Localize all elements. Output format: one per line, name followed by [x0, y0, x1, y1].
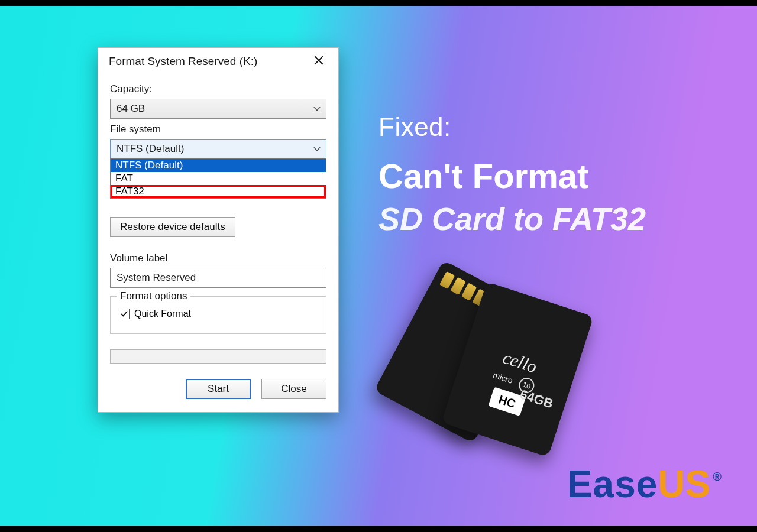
format-dialog: Format System Reserved (K:) Capacity: 64… — [98, 47, 339, 413]
capacity-select[interactable]: 64 GB — [110, 99, 326, 119]
headline-line3: SD Card to FAT32 — [378, 200, 646, 237]
filesystem-selected: NTFS (Default) — [117, 143, 184, 155]
filesystem-dropdown: NTFS (Default) FAT FAT32 — [110, 158, 326, 199]
filesystem-option[interactable]: NTFS (Default) — [111, 159, 326, 172]
headline-line1: Fixed: — [378, 112, 646, 142]
chevron-down-icon — [312, 103, 322, 114]
easeus-logo: Ease US ® — [567, 462, 722, 506]
dialog-title: Format System Reserved (K:) — [109, 55, 257, 68]
quick-format-label: Quick Format — [134, 309, 191, 319]
sd-micro-label: micro — [492, 370, 515, 385]
format-progress — [110, 349, 326, 364]
page-border-top — [0, 0, 757, 6]
logo-part1: Ease — [567, 462, 658, 506]
logo-part2: US — [658, 462, 710, 506]
filesystem-option[interactable]: FAT32 — [111, 185, 326, 198]
volume-label-input[interactable] — [110, 268, 326, 288]
logo-registered-icon: ® — [713, 470, 722, 484]
dialog-titlebar: Format System Reserved (K:) — [98, 48, 338, 76]
close-icon[interactable] — [310, 54, 328, 69]
restore-defaults-button[interactable]: Restore device defaults — [110, 217, 235, 237]
close-button[interactable]: Close — [261, 379, 326, 399]
headline-block: Fixed: Can't Format SD Card to FAT32 — [378, 112, 646, 237]
headline-line2: Can't Format — [378, 158, 646, 194]
format-options-legend: Format options — [117, 290, 190, 302]
capacity-label: Capacity: — [110, 83, 326, 95]
filesystem-label: File system — [110, 124, 326, 135]
page-border-bottom — [0, 526, 757, 532]
start-button[interactable]: Start — [186, 379, 251, 399]
sd-card-illustration: cello micro 10 HC 64GB — [402, 278, 627, 455]
format-options-group: Format options Quick Format — [110, 296, 326, 334]
quick-format-checkbox[interactable] — [119, 309, 130, 319]
capacity-value: 64 GB — [117, 103, 145, 115]
chevron-down-icon — [312, 144, 322, 154]
filesystem-select[interactable]: NTFS (Default) — [110, 139, 326, 159]
volume-label-label: Volume label — [110, 252, 326, 264]
filesystem-option[interactable]: FAT — [111, 172, 326, 185]
